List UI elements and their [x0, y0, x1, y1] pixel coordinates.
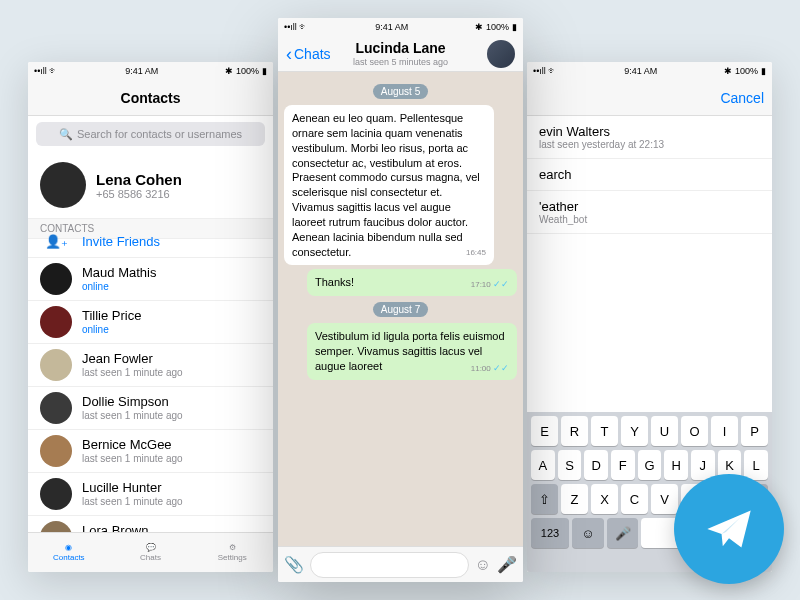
contact-row[interactable]: Tillie Priceonline: [28, 301, 273, 344]
key[interactable]: X: [591, 484, 618, 514]
key[interactable]: E: [531, 416, 558, 446]
read-ticks-icon: ✓✓: [493, 279, 509, 289]
chevron-left-icon: ‹: [286, 45, 292, 63]
contacts-icon: ◉: [65, 543, 72, 552]
invite-friends-button[interactable]: 👤₊ Invite Friends: [28, 226, 273, 258]
message-outgoing[interactable]: Thanks! 17:10 ✓✓: [307, 269, 517, 296]
contact-name: Lora Brown: [82, 523, 173, 532]
profile-phone: +65 8586 3216: [96, 188, 182, 200]
avatar: [40, 435, 72, 467]
message-outgoing[interactable]: Vestibulum id ligula porta felis euismod…: [307, 323, 517, 380]
tab-chats[interactable]: 💬 Chats: [110, 533, 192, 572]
phone-contacts: ••ıll ᯤ 9:41 AM ✱100% ▮ Contacts 🔍 Searc…: [28, 62, 273, 572]
contact-name: Jean Fowler: [82, 351, 183, 367]
message-input[interactable]: [310, 552, 469, 578]
shift-key[interactable]: ⇧: [531, 484, 558, 514]
profile-row[interactable]: Lena Cohen +65 8586 3216: [28, 152, 273, 218]
message-time: 17:10 ✓✓: [471, 278, 509, 291]
search-icon: 🔍: [59, 128, 73, 141]
avatar: [40, 521, 72, 532]
chat-avatar[interactable]: [487, 40, 515, 68]
key[interactable]: J: [691, 450, 715, 480]
key[interactable]: A: [531, 450, 555, 480]
contact-row[interactable]: Maud Mathisonline: [28, 258, 273, 301]
search-input[interactable]: 🔍 Search for contacts or usernames: [36, 122, 265, 146]
date-separator: August 5: [373, 84, 428, 99]
key[interactable]: F: [611, 450, 635, 480]
contact-row[interactable]: Dollie Simpsonlast seen 1 minute ago: [28, 387, 273, 430]
contacts-list[interactable]: 👤₊ Invite Friends Maud MathisonlineTilli…: [28, 226, 273, 532]
gear-icon: ⚙: [229, 543, 236, 552]
signal-icon: ••ıll ᯤ: [284, 22, 308, 32]
cancel-button[interactable]: Cancel: [720, 90, 764, 106]
chat-title: Lucinda Lane: [355, 40, 445, 57]
message-incoming[interactable]: Aenean eu leo quam. Pellentesque ornare …: [284, 105, 494, 265]
avatar: [40, 306, 72, 338]
tab-settings[interactable]: ⚙ Settings: [191, 533, 273, 572]
chats-icon: 💬: [146, 543, 156, 552]
key[interactable]: D: [584, 450, 608, 480]
contact-status: last seen 1 minute ago: [82, 367, 183, 379]
attach-icon[interactable]: 📎: [284, 555, 304, 574]
key[interactable]: P: [741, 416, 768, 446]
key[interactable]: G: [638, 450, 662, 480]
avatar: [40, 349, 72, 381]
contact-name: Dollie Simpson: [82, 394, 183, 410]
key[interactable]: R: [561, 416, 588, 446]
status-bar: ••ıll ᯤ 9:41 AM ✱100% ▮: [28, 62, 273, 80]
key[interactable]: V: [651, 484, 678, 514]
tab-contacts[interactable]: ◉ Contacts: [28, 533, 110, 572]
contact-name: Bernice McGee: [82, 437, 183, 453]
key[interactable]: C: [621, 484, 648, 514]
key[interactable]: Y: [621, 416, 648, 446]
status-time: 9:41 AM: [624, 66, 657, 76]
contact-name: Tillie Price: [82, 308, 141, 324]
nav-bar: Contacts: [28, 80, 273, 116]
key[interactable]: U: [651, 416, 678, 446]
key[interactable]: L: [744, 450, 768, 480]
contact-name: Maud Mathis: [82, 265, 156, 281]
status-time: 9:41 AM: [375, 22, 408, 32]
emoji-key[interactable]: ☺: [572, 518, 604, 548]
key[interactable]: T: [591, 416, 618, 446]
search-result-row[interactable]: earch: [527, 159, 772, 191]
chat-input-bar: 📎 ☺ 🎤: [278, 546, 523, 582]
mic-icon[interactable]: 🎤: [497, 555, 517, 574]
contact-status: online: [82, 281, 156, 293]
status-bar: ••ıll ᯤ 9:41 AM ✱100% ▮: [278, 18, 523, 36]
status-time: 9:41 AM: [125, 66, 158, 76]
key[interactable]: O: [681, 416, 708, 446]
contact-status: last seen 1 minute ago: [82, 410, 183, 422]
key[interactable]: S: [558, 450, 582, 480]
contact-row[interactable]: Jean Fowlerlast seen 1 minute ago: [28, 344, 273, 387]
invite-icon: 👤₊: [40, 234, 72, 249]
mic-key[interactable]: 🎤: [607, 518, 639, 548]
message-time: 11:00 ✓✓: [471, 362, 509, 375]
search-result-row[interactable]: 'eather Weath_bot: [527, 191, 772, 234]
key[interactable]: H: [664, 450, 688, 480]
contact-status: last seen 1 minute ago: [82, 453, 183, 465]
paper-plane-icon: [698, 498, 760, 560]
chat-body[interactable]: August 5 Aenean eu leo quam. Pellentesqu…: [278, 72, 523, 546]
contact-row[interactable]: Bernice McGeelast seen 1 minute ago: [28, 430, 273, 473]
avatar: [40, 162, 86, 208]
search-result-row[interactable]: evin Walters last seen yesterday at 22:1…: [527, 116, 772, 159]
invite-label: Invite Friends: [82, 234, 160, 249]
contact-status: online: [82, 324, 141, 336]
sticker-icon[interactable]: ☺: [475, 556, 491, 574]
contact-row[interactable]: Lucille Hunterlast seen 1 minute ago: [28, 473, 273, 516]
key[interactable]: I: [711, 416, 738, 446]
contact-row[interactable]: Lora Brownlast seen 1 hour ago: [28, 516, 273, 532]
contact-status: last seen 1 minute ago: [82, 496, 183, 508]
contact-name: Lucille Hunter: [82, 480, 183, 496]
signal-icon: ••ıll ᯤ: [34, 66, 58, 76]
numbers-key[interactable]: 123: [531, 518, 569, 548]
back-label: Chats: [294, 46, 331, 62]
read-ticks-icon: ✓✓: [493, 363, 509, 373]
back-button[interactable]: ‹ Chats: [286, 45, 331, 63]
avatar: [40, 263, 72, 295]
battery-icon: ✱100% ▮: [475, 22, 517, 32]
profile-name: Lena Cohen: [96, 171, 182, 188]
phone-chat: ••ıll ᯤ 9:41 AM ✱100% ▮ ‹ Chats Lucinda …: [278, 18, 523, 582]
key[interactable]: Z: [561, 484, 588, 514]
